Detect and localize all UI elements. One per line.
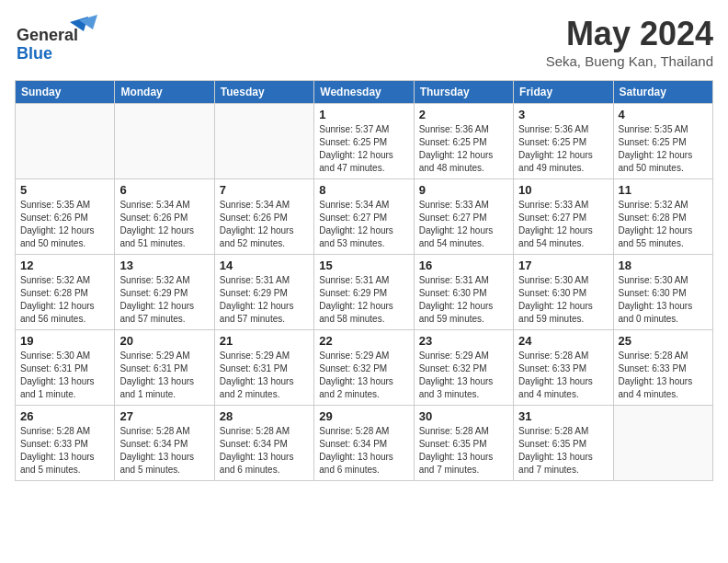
- day-number: 21: [220, 334, 309, 348]
- logo: General Blue: [15, 15, 97, 69]
- day-number: 20: [119, 334, 209, 348]
- calendar-week-4: 19Sunrise: 5:30 AM Sunset: 6:31 PM Dayli…: [16, 330, 713, 406]
- day-number: 1: [319, 108, 408, 121]
- day-number: 28: [220, 409, 309, 423]
- day-info: Sunrise: 5:35 AM Sunset: 6:26 PM Dayligh…: [20, 199, 109, 250]
- calendar-cell: 22Sunrise: 5:29 AM Sunset: 6:32 PM Dayli…: [314, 330, 414, 406]
- day-number: 17: [518, 259, 608, 272]
- calendar-cell: 5Sunrise: 5:35 AM Sunset: 6:26 PM Daylig…: [16, 179, 115, 255]
- day-info: Sunrise: 5:31 AM Sunset: 6:29 PM Dayligh…: [319, 274, 408, 326]
- calendar-cell: 21Sunrise: 5:29 AM Sunset: 6:31 PM Dayli…: [214, 330, 313, 406]
- calendar-cell: 28Sunrise: 5:28 AM Sunset: 6:34 PM Dayli…: [214, 406, 313, 481]
- day-number: 2: [419, 108, 508, 121]
- column-header-monday: Monday: [115, 81, 214, 104]
- day-info: Sunrise: 5:29 AM Sunset: 6:31 PM Dayligh…: [220, 350, 309, 401]
- day-number: 9: [419, 183, 508, 197]
- day-info: Sunrise: 5:28 AM Sunset: 6:35 PM Dayligh…: [518, 425, 608, 477]
- day-number: 24: [518, 334, 608, 348]
- day-number: 3: [518, 108, 608, 121]
- day-info: Sunrise: 5:32 AM Sunset: 6:28 PM Dayligh…: [619, 199, 708, 250]
- calendar-cell: [214, 104, 313, 179]
- column-header-thursday: Thursday: [414, 81, 513, 104]
- day-info: Sunrise: 5:30 AM Sunset: 6:31 PM Dayligh…: [20, 350, 109, 401]
- calendar-cell: 6Sunrise: 5:34 AM Sunset: 6:26 PM Daylig…: [115, 179, 214, 255]
- calendar-cell: 8Sunrise: 5:34 AM Sunset: 6:27 PM Daylig…: [314, 179, 414, 255]
- day-number: 10: [518, 183, 608, 197]
- day-number: 15: [319, 259, 408, 272]
- column-header-sunday: Sunday: [16, 81, 115, 104]
- day-info: Sunrise: 5:29 AM Sunset: 6:32 PM Dayligh…: [319, 350, 408, 401]
- day-number: 31: [518, 409, 608, 423]
- location-subtitle: Seka, Bueng Kan, Thailand: [546, 53, 713, 69]
- day-info: Sunrise: 5:32 AM Sunset: 6:28 PM Dayligh…: [20, 274, 109, 326]
- day-number: 18: [619, 259, 708, 272]
- calendar-cell: 20Sunrise: 5:29 AM Sunset: 6:31 PM Dayli…: [115, 330, 214, 406]
- calendar-cell: 31Sunrise: 5:28 AM Sunset: 6:35 PM Dayli…: [514, 406, 613, 481]
- calendar-cell: 25Sunrise: 5:28 AM Sunset: 6:33 PM Dayli…: [613, 330, 712, 406]
- day-number: 29: [319, 409, 408, 423]
- day-number: 14: [220, 259, 309, 272]
- calendar-cell: 12Sunrise: 5:32 AM Sunset: 6:28 PM Dayli…: [16, 255, 115, 330]
- calendar-table: SundayMondayTuesdayWednesdayThursdayFrid…: [15, 80, 713, 481]
- logo-svg: General Blue: [15, 15, 97, 65]
- day-info: Sunrise: 5:36 AM Sunset: 6:25 PM Dayligh…: [419, 123, 508, 175]
- day-info: Sunrise: 5:30 AM Sunset: 6:30 PM Dayligh…: [619, 274, 708, 326]
- calendar-cell: 24Sunrise: 5:28 AM Sunset: 6:33 PM Dayli…: [514, 330, 613, 406]
- day-number: 7: [220, 183, 309, 197]
- column-header-wednesday: Wednesday: [314, 81, 414, 104]
- column-header-friday: Friday: [514, 81, 613, 104]
- day-info: Sunrise: 5:31 AM Sunset: 6:29 PM Dayligh…: [220, 274, 309, 326]
- day-info: Sunrise: 5:28 AM Sunset: 6:33 PM Dayligh…: [518, 350, 608, 401]
- calendar-cell: 17Sunrise: 5:30 AM Sunset: 6:30 PM Dayli…: [514, 255, 613, 330]
- day-number: 6: [119, 183, 209, 197]
- day-info: Sunrise: 5:28 AM Sunset: 6:34 PM Dayligh…: [319, 425, 408, 477]
- calendar-cell: 15Sunrise: 5:31 AM Sunset: 6:29 PM Dayli…: [314, 255, 414, 330]
- calendar-cell: 4Sunrise: 5:35 AM Sunset: 6:25 PM Daylig…: [613, 104, 712, 179]
- day-info: Sunrise: 5:28 AM Sunset: 6:34 PM Dayligh…: [220, 425, 309, 477]
- day-info: Sunrise: 5:37 AM Sunset: 6:25 PM Dayligh…: [319, 123, 408, 175]
- calendar-cell: 23Sunrise: 5:29 AM Sunset: 6:32 PM Dayli…: [414, 330, 513, 406]
- day-number: 25: [619, 334, 708, 348]
- calendar-cell: 9Sunrise: 5:33 AM Sunset: 6:27 PM Daylig…: [414, 179, 513, 255]
- day-info: Sunrise: 5:31 AM Sunset: 6:30 PM Dayligh…: [419, 274, 508, 326]
- day-info: Sunrise: 5:29 AM Sunset: 6:32 PM Dayligh…: [419, 350, 508, 401]
- day-number: 5: [20, 183, 109, 197]
- day-info: Sunrise: 5:28 AM Sunset: 6:33 PM Dayligh…: [619, 350, 708, 401]
- day-number: 19: [20, 334, 109, 348]
- day-info: Sunrise: 5:30 AM Sunset: 6:30 PM Dayligh…: [518, 274, 608, 326]
- day-number: 8: [319, 183, 408, 197]
- calendar-cell: 7Sunrise: 5:34 AM Sunset: 6:26 PM Daylig…: [214, 179, 313, 255]
- calendar-cell: 27Sunrise: 5:28 AM Sunset: 6:34 PM Dayli…: [115, 406, 214, 481]
- calendar-header-row: SundayMondayTuesdayWednesdayThursdayFrid…: [16, 81, 713, 104]
- day-info: Sunrise: 5:35 AM Sunset: 6:25 PM Dayligh…: [619, 123, 708, 175]
- day-info: Sunrise: 5:33 AM Sunset: 6:27 PM Dayligh…: [419, 199, 508, 250]
- calendar-week-2: 5Sunrise: 5:35 AM Sunset: 6:26 PM Daylig…: [16, 179, 713, 255]
- calendar-week-3: 12Sunrise: 5:32 AM Sunset: 6:28 PM Dayli…: [16, 255, 713, 330]
- day-number: 13: [119, 259, 209, 272]
- calendar-cell: 30Sunrise: 5:28 AM Sunset: 6:35 PM Dayli…: [414, 406, 513, 481]
- calendar-cell: 1Sunrise: 5:37 AM Sunset: 6:25 PM Daylig…: [314, 104, 414, 179]
- calendar-week-1: 1Sunrise: 5:37 AM Sunset: 6:25 PM Daylig…: [16, 104, 713, 179]
- column-header-tuesday: Tuesday: [214, 81, 313, 104]
- calendar-cell: 26Sunrise: 5:28 AM Sunset: 6:33 PM Dayli…: [16, 406, 115, 481]
- calendar-cell: [16, 104, 115, 179]
- svg-text:General: General: [17, 26, 78, 44]
- calendar-cell: 10Sunrise: 5:33 AM Sunset: 6:27 PM Dayli…: [514, 179, 613, 255]
- title-area: May 2024 Seka, Bueng Kan, Thailand: [546, 15, 713, 69]
- day-info: Sunrise: 5:28 AM Sunset: 6:35 PM Dayligh…: [419, 425, 508, 477]
- day-number: 22: [319, 334, 408, 348]
- calendar-cell: 3Sunrise: 5:36 AM Sunset: 6:25 PM Daylig…: [514, 104, 613, 179]
- day-number: 26: [20, 409, 109, 423]
- calendar-cell: 13Sunrise: 5:32 AM Sunset: 6:29 PM Dayli…: [115, 255, 214, 330]
- day-info: Sunrise: 5:34 AM Sunset: 6:27 PM Dayligh…: [319, 199, 408, 250]
- day-info: Sunrise: 5:29 AM Sunset: 6:31 PM Dayligh…: [119, 350, 209, 401]
- calendar-cell: 2Sunrise: 5:36 AM Sunset: 6:25 PM Daylig…: [414, 104, 513, 179]
- month-title: May 2024: [546, 15, 713, 53]
- day-info: Sunrise: 5:32 AM Sunset: 6:29 PM Dayligh…: [119, 274, 209, 326]
- day-info: Sunrise: 5:28 AM Sunset: 6:33 PM Dayligh…: [20, 425, 109, 477]
- day-number: 16: [419, 259, 508, 272]
- day-number: 27: [119, 409, 209, 423]
- calendar-week-5: 26Sunrise: 5:28 AM Sunset: 6:33 PM Dayli…: [16, 406, 713, 481]
- day-number: 23: [419, 334, 508, 348]
- day-number: 11: [619, 183, 708, 197]
